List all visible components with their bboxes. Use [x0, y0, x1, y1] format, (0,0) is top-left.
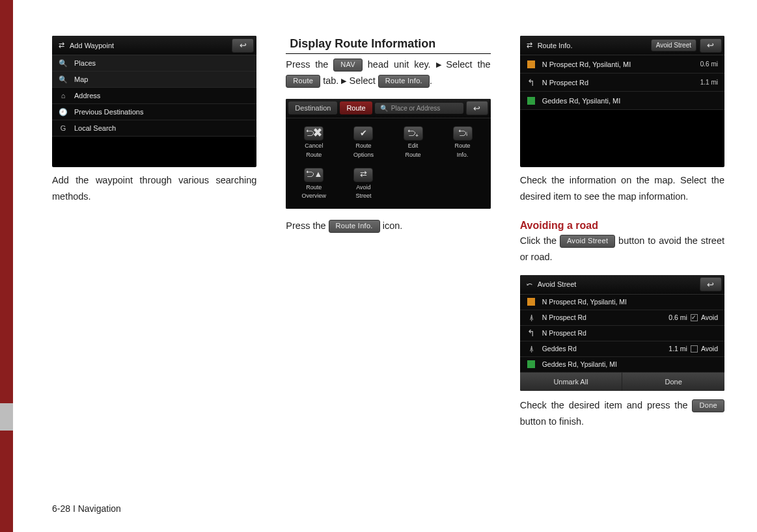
col2-instruction-2: Press the Route Info. icon.: [286, 218, 490, 234]
t: button to finish.: [520, 416, 584, 427]
route-menu-item[interactable]: ⇄AvoidStreet: [339, 165, 387, 203]
waypoint-row[interactable]: 🔍Places: [52, 55, 256, 72]
row-label: Geddes Rd, Ypsilanti, MI: [542, 360, 617, 368]
route-info-row[interactable]: N Prospect Rd, Ypsilanti, MI0.6 mi: [520, 55, 724, 73]
route-info-btn[interactable]: Route Info.: [378, 75, 430, 88]
avoid-row[interactable]: /|\Geddes Rd1.1 miAvoid: [520, 341, 724, 357]
t: Select the: [441, 59, 491, 70]
route-menu-icon: ⮌▲: [304, 168, 323, 182]
route-tab-btn[interactable]: Route: [286, 75, 320, 88]
page-footer: 6-28 I Navigation: [52, 503, 121, 514]
row-distance: 1.1 mi: [700, 79, 718, 86]
t: Select: [346, 75, 378, 86]
row-label: Local Search: [74, 124, 116, 132]
route-menu-item[interactable]: ⮌₊EditRoute: [389, 124, 437, 161]
avoid-checkbox[interactable]: ✓: [691, 314, 698, 321]
avoid-street-button[interactable]: Avoid Street: [560, 235, 615, 248]
place-search-field[interactable]: 🔍 Place or Address: [375, 103, 463, 114]
turn-icon: ↰: [527, 77, 535, 88]
row-distance: 1.1 mi: [668, 345, 687, 352]
column-1: ⇄ Add Waypoint ↩ 🔍Places🔍Map⌂Address🕘Pre…: [52, 36, 256, 498]
back-button[interactable]: ↩: [232, 38, 254, 53]
waypoint-row[interactable]: GLocal Search: [52, 120, 256, 137]
avoid-street-btn[interactable]: Avoid Street: [651, 39, 696, 51]
avoid-checkbox[interactable]: [691, 345, 698, 352]
col1-paragraph: Add the waypoint through various search­…: [52, 172, 256, 206]
cell-line1: Route: [455, 143, 471, 150]
col2-instruction-1: Press the NAV head unit key. ▶ Select th…: [286, 57, 490, 90]
road-icon: /|\: [530, 313, 532, 321]
row-label: N Prospect Rd: [542, 329, 586, 337]
waypoint-row[interactable]: 🕘Previous Destinations: [52, 104, 256, 120]
col3-paragraph-3: Check the desired item and press the Don…: [520, 397, 724, 431]
cell-line2: Route: [306, 152, 322, 159]
waypoint-row[interactable]: ⌂Address: [52, 88, 256, 104]
done-inline-button[interactable]: Done: [692, 399, 724, 412]
row-label: N Prospect Rd: [542, 79, 589, 86]
back-button[interactable]: ↩: [700, 38, 722, 53]
cell-line1: Route: [355, 143, 371, 150]
cell-line2: Overview: [302, 193, 327, 200]
search-placeholder: Place or Address: [391, 105, 441, 112]
t: icon.: [380, 220, 403, 231]
route-menu-icon: ⮌ᵢ: [453, 126, 473, 140]
avoid-street-screenshot: ⤺ Avoid Street ↩ N Prospect Rd, Ypsilant…: [520, 275, 724, 391]
section-heading: Display Route Information: [286, 36, 490, 54]
t: Click the: [520, 235, 560, 246]
row-label: N Prospect Rd: [542, 313, 586, 321]
row-label: Map: [74, 75, 88, 83]
back-button[interactable]: ↩: [466, 101, 488, 115]
waypoint-icon: ⇄: [59, 41, 64, 49]
destination-tab[interactable]: Destination: [288, 101, 337, 114]
route-menu-icon: ⮌₊: [404, 126, 423, 140]
row-label: N Prospect Rd, Ypsilanti, MI: [542, 60, 631, 68]
cell-line2: Options: [353, 152, 374, 159]
done-button[interactable]: Done: [622, 373, 724, 391]
nav-key[interactable]: NAV: [333, 59, 363, 72]
avoid-row[interactable]: N Prospect Rd, Ypsilanti, MI: [520, 295, 724, 310]
road-icon: /|\: [530, 345, 532, 352]
row-label: Places: [74, 59, 96, 67]
add-waypoint-title: Add Waypoint: [70, 42, 114, 49]
cell-line1: Edit: [408, 143, 419, 150]
route-info-row[interactable]: ↰N Prospect Rd1.1 mi: [520, 73, 724, 92]
avoid-row[interactable]: /|\N Prospect Rd0.6 mi✓Avoid: [520, 310, 724, 326]
route-info-row[interactable]: Geddes Rd, Ypsilanti, MI: [520, 92, 724, 110]
col3-paragraph-2: Click the Avoid Street button to avoid t…: [520, 233, 724, 266]
route-menu-item[interactable]: ⮌▲RouteOverview: [290, 165, 338, 203]
add-waypoint-screenshot: ⇄ Add Waypoint ↩ 🔍Places🔍Map⌂Address🕘Pre…: [52, 36, 256, 167]
avoid-row[interactable]: Geddes Rd, Ypsilanti, MI: [520, 357, 724, 373]
cell-line1: Cancel: [305, 143, 323, 150]
col3-paragraph-1: Check the information on the map. Select…: [520, 172, 724, 206]
avoid-row[interactable]: ↰N Prospect Rd: [520, 326, 724, 341]
cell-line2: Street: [355, 193, 371, 200]
cell-line1: Route: [306, 185, 322, 191]
waypoint-row[interactable]: 🔍Map: [52, 72, 256, 88]
cell-line2: Route: [406, 152, 421, 159]
t: tab.: [320, 75, 341, 86]
route-menu-icon: ⇄: [353, 168, 373, 182]
route-menu-item[interactable]: ⮌ᵢRouteInfo.: [439, 124, 487, 161]
row-icon: G: [59, 124, 68, 132]
cell-line1: Avoid: [356, 185, 370, 191]
row-label: Geddes Rd, Ypsilanti, MI: [542, 97, 621, 105]
flag-icon: [527, 60, 535, 68]
column-2: Display Route Information Press the NAV …: [286, 36, 490, 498]
route-menu-item[interactable]: ✔RouteOptions: [339, 124, 387, 161]
route-menu-icon: ⮌✖: [304, 126, 323, 140]
row-icon: 🕘: [59, 108, 68, 116]
flag-icon: [527, 298, 535, 306]
route-tab[interactable]: Route: [340, 101, 372, 114]
route-menu-screenshot: Destination Route 🔍 Place or Address ↩ ⮌…: [286, 99, 490, 209]
row-distance: 0.6 mi: [668, 313, 687, 321]
route-info-icon-btn[interactable]: Route Info.: [329, 220, 380, 233]
row-label: Address: [74, 92, 100, 100]
t: head unit key.: [363, 59, 436, 70]
t: Check the desired item and press the: [520, 400, 693, 410]
row-icon: 🔍: [59, 59, 68, 68]
unmark-all-button[interactable]: Unmark All: [520, 373, 623, 391]
route-info-screenshot: ⇄ Route Info. Avoid Street ↩ N Prospect …: [520, 36, 724, 167]
route-menu-item[interactable]: ⮌✖CancelRoute: [290, 124, 338, 161]
back-button[interactable]: ↩: [700, 277, 722, 291]
route-info-title: Route Info.: [538, 42, 573, 49]
